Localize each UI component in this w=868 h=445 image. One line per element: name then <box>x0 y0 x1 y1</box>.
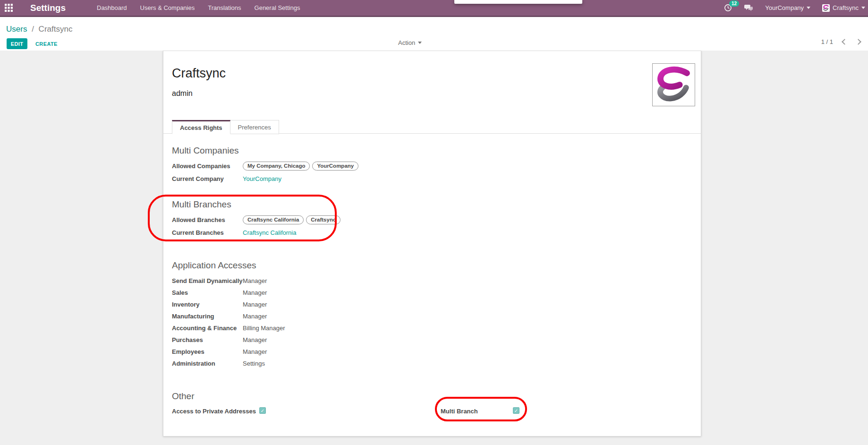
field-label: Send Email Dynamically <box>172 276 243 285</box>
field-value: Manager <box>243 335 267 344</box>
field-purchases: Purchases Manager <box>172 335 692 344</box>
field-value: Manager <box>243 276 267 285</box>
company-switcher-label: YourCompany <box>765 4 804 11</box>
form-sheet: Craftsync admin Access Rights Preference… <box>163 51 701 436</box>
form-view-background: Craftsync admin Access Rights Preference… <box>0 51 868 445</box>
s-logo-image <box>654 65 694 105</box>
field-value: Manager <box>243 288 267 297</box>
breadcrumb-separator: / <box>32 25 34 34</box>
pager-next-icon[interactable] <box>855 39 861 45</box>
private-addresses-checkbox[interactable] <box>259 407 266 414</box>
pager-value: 1 / 1 <box>821 38 833 45</box>
notebook-tabs: Access Rights Preferences <box>163 120 701 134</box>
section-heading: Multi Branches <box>172 199 692 210</box>
menu-general-settings[interactable]: General Settings <box>253 0 302 16</box>
chat-bubbles-icon <box>744 4 753 12</box>
app-name[interactable]: Settings <box>30 0 66 16</box>
control-panel: Users / Craftsync EDIT CREATE Action 1 /… <box>0 17 868 51</box>
field-allowed-companies: Allowed Companies My Company, Chicago Yo… <box>172 162 692 171</box>
branch-tag: Craftsync California <box>243 215 304 224</box>
chevron-down-icon <box>418 42 422 44</box>
section-heading: Multi Companies <box>172 145 692 156</box>
user-image <box>652 63 695 106</box>
field-value: Manager <box>243 300 267 308</box>
field-label: Manufacturing <box>172 312 243 320</box>
company-tag: My Company, Chicago <box>243 162 310 171</box>
breadcrumb-current: Craftsync <box>39 25 73 34</box>
multi-branch-checkbox[interactable] <box>513 407 519 414</box>
field-allowed-branches: Allowed Branches Craftsync California Cr… <box>172 215 692 225</box>
section-heading: Other <box>172 391 692 402</box>
user-menu-label: Craftsync <box>833 4 859 11</box>
field-label: Purchases <box>172 335 243 344</box>
tab-access-rights[interactable]: Access Rights <box>172 120 230 134</box>
field-label: Administration <box>172 359 243 368</box>
partial-dialog-edge <box>454 0 582 4</box>
field-label: Accounting & Finance <box>172 324 243 332</box>
field-employees: Employees Manager <box>172 347 692 356</box>
company-tag: YourCompany <box>312 162 358 171</box>
field-value: Settings <box>243 359 265 368</box>
field-label: Inventory <box>172 300 243 308</box>
field-current-branches: Current Branches Craftsync California <box>172 228 692 238</box>
chevron-down-icon <box>861 7 865 9</box>
field-label: Allowed Companies <box>172 162 243 170</box>
top-menu: Dashboard Users & Companies Translations… <box>95 0 301 16</box>
pager-previous-icon[interactable] <box>842 39 848 45</box>
activity-menu-button[interactable]: 12 <box>724 4 732 12</box>
apps-menu-button[interactable] <box>5 4 13 12</box>
odoo-settings-page: Settings Dashboard Users & Companies Tra… <box>0 0 868 445</box>
user-name-title: Craftsync <box>172 66 226 81</box>
field-sales: Sales Manager <box>172 288 692 297</box>
user-login: admin <box>172 89 193 98</box>
section-application-accesses: Application Accesses Send Email Dynamica… <box>172 260 692 371</box>
s-logo-icon <box>823 5 829 11</box>
field-label: Employees <box>172 347 243 356</box>
section-heading: Application Accesses <box>172 260 692 271</box>
field-label: Allowed Branches <box>172 215 243 224</box>
field-manufacturing: Manufacturing Manager <box>172 312 692 320</box>
company-switcher[interactable]: YourCompany <box>765 4 810 11</box>
user-avatar <box>822 4 830 12</box>
field-private-addresses: Access to Private Addresses <box>172 407 692 415</box>
field-accounting-finance: Accounting & Finance Billing Manager <box>172 324 692 332</box>
create-button[interactable]: CREATE <box>35 41 58 47</box>
section-multi-branches: Multi Branches Allowed Branches Craftsyn… <box>172 199 692 241</box>
messages-menu-button[interactable] <box>744 4 753 12</box>
section-other: Other Access to Private Addresses Multi … <box>172 391 692 415</box>
systray: 12 YourCompany Craftsync <box>724 0 865 16</box>
field-label: Current Branches <box>172 228 243 237</box>
field-label: Access to Private Addresses <box>172 407 259 415</box>
branch-tag: Craftsync <box>306 215 340 224</box>
tab-preferences[interactable]: Preferences <box>230 120 279 134</box>
current-branches-link[interactable]: Craftsync California <box>243 228 296 237</box>
user-menu[interactable]: Craftsync <box>822 4 865 12</box>
section-multi-companies: Multi Companies Allowed Companies My Com… <box>172 145 692 187</box>
field-current-company: Current Company YourCompany <box>172 174 692 184</box>
field-label: Sales <box>172 288 243 297</box>
field-label: Current Company <box>172 174 243 183</box>
action-dropdown[interactable]: Action <box>398 39 422 46</box>
apps-grid-icon <box>5 4 13 12</box>
pager: 1 / 1 <box>821 38 860 45</box>
control-panel-buttons: EDIT CREATE <box>7 38 58 49</box>
menu-dashboard[interactable]: Dashboard <box>95 0 128 16</box>
current-company-link[interactable]: YourCompany <box>243 174 281 183</box>
breadcrumb: Users / Craftsync <box>6 25 72 34</box>
menu-translations[interactable]: Translations <box>206 0 242 16</box>
top-navbar: Settings Dashboard Users & Companies Tra… <box>0 0 868 17</box>
field-value: Billing Manager <box>243 324 285 332</box>
chevron-down-icon <box>807 7 810 9</box>
activity-count-badge: 12 <box>729 0 739 7</box>
field-inventory: Inventory Manager <box>172 300 692 308</box>
field-value: Manager <box>243 312 267 320</box>
field-send-email: Send Email Dynamically Manager <box>172 276 692 285</box>
edit-button[interactable]: EDIT <box>7 38 27 49</box>
breadcrumb-users-link[interactable]: Users <box>6 25 27 34</box>
field-administration: Administration Settings <box>172 359 692 368</box>
action-dropdown-label: Action <box>398 39 415 46</box>
field-value: Manager <box>243 347 267 356</box>
field-multi-branch: Multi Branch <box>441 407 519 415</box>
menu-users-companies[interactable]: Users & Companies <box>139 0 196 16</box>
field-label: Multi Branch <box>441 407 513 415</box>
